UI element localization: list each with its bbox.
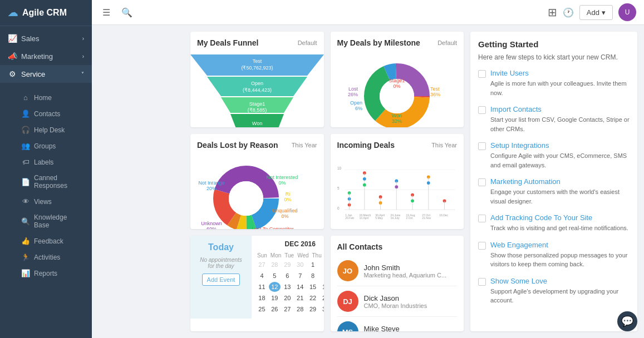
cal-day-12[interactable]: 12 bbox=[269, 282, 281, 292]
cal-day-2[interactable]: 2 bbox=[320, 260, 324, 270]
knowledge-base-icon: 🔍 bbox=[21, 217, 30, 226]
deals-lost-donut-hole bbox=[229, 181, 263, 216]
logo[interactable]: ☁ Agile CRM bbox=[0, 0, 92, 26]
user-avatar[interactable]: U bbox=[618, 3, 636, 21]
cal-day-21[interactable]: 21 bbox=[294, 293, 306, 303]
cal-day-15[interactable]: 15 bbox=[307, 282, 319, 292]
cal-day-27[interactable]: 27 bbox=[282, 304, 293, 314]
cal-day-30[interactable]: 30 bbox=[320, 304, 324, 314]
getting-started-panel: Getting Started Here are few steps to ki… bbox=[470, 32, 637, 331]
gs-checkbox-marketing-automation[interactable] bbox=[478, 178, 486, 186]
gs-checkbox-web-engagement[interactable] bbox=[478, 242, 486, 250]
lost-label-notinrange: Not Inrange bbox=[198, 180, 224, 186]
chat-bubble[interactable]: 💬 bbox=[617, 311, 637, 331]
cal-day-14[interactable]: 14 bbox=[294, 282, 306, 292]
grid-icon[interactable]: ⊞ bbox=[548, 6, 557, 19]
contact-avatar-2: MS bbox=[337, 321, 358, 331]
cal-day-29[interactable]: 29 bbox=[307, 304, 319, 314]
home-icon: ⌂ bbox=[21, 93, 30, 102]
cal-day-22[interactable]: 22 bbox=[307, 293, 319, 303]
gs-text-web-engagement: Show those personalized popup messages t… bbox=[490, 251, 630, 269]
add-chevron-icon: ▾ bbox=[602, 8, 606, 17]
contact-name-1: Dick Jason bbox=[364, 294, 427, 302]
contact-item-2[interactable]: MS Mike Steve CSO, Infrascale consultanc… bbox=[337, 317, 458, 331]
cal-day-4[interactable]: 4 bbox=[256, 271, 268, 281]
cal-day-7[interactable]: 7 bbox=[294, 271, 306, 281]
sidebar-item-home[interactable]: ⌂ Home bbox=[0, 90, 92, 106]
menu-icon[interactable]: ☰ bbox=[100, 4, 113, 21]
gs-checkbox-add-tracking-code[interactable] bbox=[478, 215, 486, 222]
gs-checkbox-import-contacts[interactable] bbox=[478, 106, 486, 114]
cal-day-19[interactable]: 19 bbox=[269, 293, 281, 303]
y-label-0: 0 bbox=[337, 206, 340, 210]
gs-link-add-tracking-code[interactable]: Add Tracking Code To Your Site bbox=[490, 213, 628, 222]
gs-link-setup-integrations[interactable]: Setup Integrations bbox=[490, 141, 630, 150]
clock-icon[interactable]: 🕐 bbox=[563, 7, 574, 18]
add-event-button[interactable]: Add Event bbox=[202, 274, 240, 286]
gs-content-invite-users: Invite Users Agile is more fun with your… bbox=[490, 69, 630, 97]
gs-checkbox-show-some-love[interactable] bbox=[478, 278, 486, 286]
contact-item-1[interactable]: DJ Dick Jason CMO, Moran Industries bbox=[337, 286, 458, 317]
gs-link-web-engagement[interactable]: Web Engagement bbox=[490, 241, 630, 249]
svg-text:(₹8,444,423): (₹8,444,423) bbox=[243, 87, 272, 93]
cal-day-25[interactable]: 25 bbox=[256, 304, 268, 314]
cal-day-18[interactable]: 18 bbox=[256, 293, 268, 303]
lost-label-unqualified: Unqualified bbox=[272, 208, 297, 213]
sidebar-item-sales[interactable]: 📈 Sales › bbox=[0, 29, 92, 47]
svg-text:20.Feb: 20.Feb bbox=[345, 216, 354, 220]
cal-day-1[interactable]: 1 bbox=[307, 260, 319, 270]
cal-day-6[interactable]: 6 bbox=[282, 271, 293, 281]
cal-day-13[interactable]: 13 bbox=[282, 282, 293, 292]
sidebar-item-canned-responses[interactable]: 📄 Canned Responses bbox=[0, 170, 92, 193]
search-icon[interactable]: 🔍 bbox=[119, 4, 135, 21]
sidebar-label-groups: Groups bbox=[34, 142, 56, 150]
gs-link-show-some-love[interactable]: Show Some Love bbox=[490, 277, 630, 285]
sidebar-label-service: Service bbox=[21, 70, 45, 78]
sidebar-item-views[interactable]: 👁 Views bbox=[0, 193, 92, 210]
cal-day-9[interactable]: 9 bbox=[320, 271, 324, 281]
gs-checkbox-invite-users[interactable] bbox=[478, 70, 486, 78]
gs-text-invite-users: Agile is more fun with your colleagues. … bbox=[490, 79, 630, 97]
cal-day-27[interactable]: 27 bbox=[256, 260, 268, 270]
cal-day-8[interactable]: 8 bbox=[307, 271, 319, 281]
sidebar-top-nav: 📈 Sales › 📣 Marketing › ⚙ Service ˅ bbox=[0, 26, 92, 86]
point-12 bbox=[411, 199, 414, 202]
cal-day-30[interactable]: 30 bbox=[294, 260, 306, 270]
cal-day-16[interactable]: 16 bbox=[320, 282, 324, 292]
cal-day-28[interactable]: 28 bbox=[269, 260, 281, 270]
contact-name-0: John Smith bbox=[364, 264, 447, 272]
gs-link-import-contacts[interactable]: Import Contacts bbox=[490, 105, 630, 113]
funnel-label-stage1: Stage1 bbox=[249, 101, 265, 107]
sidebar-item-groups[interactable]: 👥 Groups bbox=[0, 138, 92, 154]
point-10 bbox=[395, 185, 398, 188]
calendar-container: Today No appointmentsfor the day Add Eve… bbox=[190, 236, 324, 319]
sidebar-item-contacts[interactable]: 👤 Contacts bbox=[0, 106, 92, 122]
cal-day-20[interactable]: 20 bbox=[282, 293, 293, 303]
sidebar-item-labels[interactable]: 🏷 Labels bbox=[0, 154, 92, 170]
sidebar-item-helpdesk[interactable]: 🎧 Help Desk bbox=[0, 122, 92, 138]
gs-text-add-tracking-code: Track who is visiting and get real-time … bbox=[490, 223, 628, 233]
cal-day-29[interactable]: 29 bbox=[282, 260, 293, 270]
canned-responses-icon: 📄 bbox=[21, 178, 30, 186]
gs-link-invite-users[interactable]: Invite Users bbox=[490, 69, 630, 77]
add-button[interactable]: Add ▾ bbox=[579, 5, 613, 20]
sidebar-item-feedback[interactable]: 👍 Feedback bbox=[0, 233, 92, 249]
cal-day-11[interactable]: 11 bbox=[256, 282, 268, 292]
sidebar-item-reports[interactable]: 📊 Reports bbox=[0, 265, 92, 281]
contact-item-0[interactable]: JO John Smith Marketing head, Aquarium C… bbox=[337, 256, 458, 286]
cal-day-23[interactable]: 23 bbox=[320, 293, 324, 303]
cal-day-26[interactable]: 26 bbox=[269, 304, 281, 314]
service-icon: ⚙ bbox=[8, 69, 17, 78]
sidebar-label-sales: Sales bbox=[21, 34, 40, 43]
cal-day-28[interactable]: 28 bbox=[294, 304, 306, 314]
gs-checkbox-setup-integrations[interactable] bbox=[478, 142, 486, 150]
sidebar-item-activities[interactable]: 🏃 Activities bbox=[0, 249, 92, 265]
deals-lost-card: Deals Lost by Reason This Year Not Inran… bbox=[190, 134, 324, 230]
sidebar-item-marketing[interactable]: 📣 Marketing › bbox=[0, 47, 92, 65]
today-panel: Today No appointmentsfor the day Add Eve… bbox=[190, 236, 252, 319]
sidebar-item-knowledge-base[interactable]: 🔍 Knowledge Base bbox=[0, 210, 92, 233]
y-label-10: 10 bbox=[337, 166, 342, 170]
gs-link-marketing-automation[interactable]: Marketing Automation bbox=[490, 177, 630, 186]
cal-day-5[interactable]: 5 bbox=[269, 271, 281, 281]
sidebar-item-service[interactable]: ⚙ Service ˅ bbox=[0, 65, 92, 83]
